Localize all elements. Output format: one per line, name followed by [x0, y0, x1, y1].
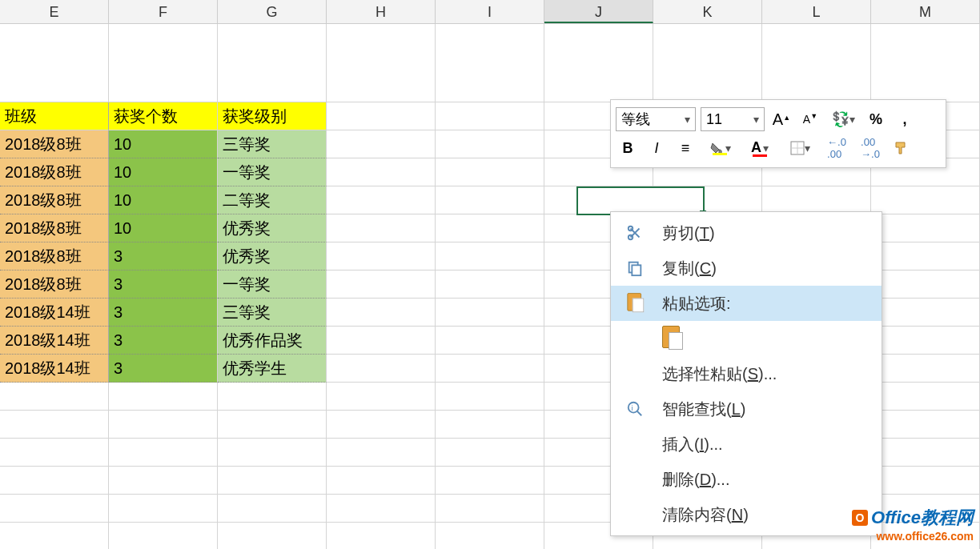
context-menu-clear-label: 清除内容(N): [662, 504, 749, 526]
font-size: 11: [706, 111, 722, 128]
font-name: 等线: [621, 110, 650, 129]
smart-lookup-icon: i: [625, 399, 645, 419]
cell-level[interactable]: 优秀奖: [218, 242, 327, 270]
paintbrush-icon: [894, 140, 910, 156]
context-menu-paste-label: 粘贴选项:: [662, 293, 731, 315]
increase-decimal-button[interactable]: ←.0.00: [822, 136, 851, 160]
context-menu-delete[interactable]: 删除(D)...: [611, 462, 882, 497]
align-center-button[interactable]: ≡: [673, 136, 697, 160]
cell-class[interactable]: 2018级8班: [0, 186, 109, 214]
comma-format-button[interactable]: ,: [893, 107, 917, 131]
column-header-i[interactable]: I: [436, 0, 544, 23]
cell-class[interactable]: 2018级8班: [0, 242, 109, 270]
table-header-level[interactable]: 获奖级别: [218, 102, 327, 130]
cell-count[interactable]: 10: [109, 158, 218, 186]
accounting-format-button[interactable]: 💱▾: [827, 107, 859, 131]
watermark-title: Office教程网: [871, 506, 974, 530]
increase-font-button[interactable]: A▲: [769, 107, 793, 131]
paste-options-row: [611, 321, 882, 356]
context-menu-paste-options[interactable]: 粘贴选项:: [611, 286, 882, 321]
borders-button[interactable]: ▾: [782, 136, 817, 160]
cell-count[interactable]: 10: [109, 130, 218, 158]
font-color-button[interactable]: A▾: [742, 136, 777, 160]
context-menu-paste-special[interactable]: 选择性粘贴(S)...: [611, 356, 882, 391]
watermark-url: www.office26.com: [852, 530, 974, 543]
cell-count[interactable]: 3: [109, 355, 218, 383]
format-painter-button[interactable]: [890, 136, 914, 160]
watermark: O Office教程网 www.office26.com: [852, 506, 974, 543]
clipboard-icon: [625, 294, 645, 313]
bold-button[interactable]: B: [616, 136, 640, 160]
cell-class[interactable]: 2018级14班: [0, 355, 109, 383]
context-menu-paste-special-label: 选择性粘贴(S)...: [662, 363, 777, 385]
cell-level[interactable]: 优秀作品奖: [218, 327, 327, 355]
svg-line-8: [637, 411, 642, 416]
context-menu-insert[interactable]: 插入(I)...: [611, 427, 882, 462]
column-header-m[interactable]: M: [871, 0, 980, 23]
cell-level[interactable]: 三等奖: [218, 130, 327, 158]
cell-count[interactable]: 3: [109, 270, 218, 299]
mini-toolbar: 等线 ▾ 11 ▾ A▲ A▼ 💱▾ % , B I ≡ ▾ A▾: [610, 99, 946, 168]
svg-point-7: [629, 403, 639, 413]
column-header-row: E F G H I J K L M: [0, 0, 980, 24]
column-header-l[interactable]: L: [762, 0, 871, 23]
cell-count[interactable]: 10: [109, 186, 218, 214]
table-header-class[interactable]: 班级: [0, 102, 109, 130]
cell-level[interactable]: 优秀奖: [218, 214, 327, 242]
context-menu-smart-lookup[interactable]: i 智能查找(L): [611, 391, 882, 427]
scissors-icon: [625, 223, 645, 242]
borders-icon: [790, 141, 805, 155]
italic-button[interactable]: I: [645, 136, 669, 160]
context-menu-insert-label: 插入(I)...: [662, 434, 723, 455]
column-header-j[interactable]: J: [544, 0, 653, 23]
percent-format-button[interactable]: %: [864, 107, 888, 131]
column-header-f[interactable]: F: [109, 0, 218, 23]
column-header-h[interactable]: H: [327, 0, 436, 23]
context-menu-lookup-label: 智能查找(L): [662, 399, 745, 420]
paste-option-default[interactable]: [662, 326, 685, 351]
column-header-e[interactable]: E: [0, 0, 109, 23]
cell-level[interactable]: 三等奖: [218, 299, 327, 327]
column-header-g[interactable]: G: [218, 0, 327, 23]
cell-class[interactable]: 2018级14班: [0, 299, 109, 327]
context-menu: 剪切(T) 复制(C) 粘贴选项: 选择性粘贴(S)... i 智能查找(L): [610, 211, 882, 536]
svg-text:i: i: [631, 404, 633, 412]
fill-color-button[interactable]: ▾: [702, 136, 737, 160]
cell-level[interactable]: 优秀学生: [218, 355, 327, 383]
table-row: 2018级8班10二等奖: [0, 186, 980, 214]
cell-level[interactable]: 一等奖: [218, 270, 327, 299]
cell-count[interactable]: 10: [109, 214, 218, 242]
cell-level[interactable]: 一等奖: [218, 158, 327, 186]
context-menu-copy-label: 复制(C): [662, 258, 717, 279]
font-picker[interactable]: 等线 ▾: [616, 107, 696, 131]
context-menu-cut-label: 剪切(T): [662, 222, 715, 244]
table-header-count[interactable]: 获奖个数: [109, 102, 218, 130]
chevron-down-icon: ▾: [685, 113, 690, 126]
cell-level[interactable]: 二等奖: [218, 186, 327, 214]
decrease-font-button[interactable]: A▼: [798, 107, 822, 131]
copy-icon: [625, 258, 645, 278]
cell-class[interactable]: 2018级14班: [0, 327, 109, 355]
office-logo-icon: O: [852, 510, 868, 526]
chevron-down-icon: ▾: [753, 113, 759, 126]
context-menu-copy[interactable]: 复制(C): [611, 250, 882, 286]
column-header-k[interactable]: K: [653, 0, 762, 23]
cell-count[interactable]: 3: [109, 242, 218, 270]
decrease-decimal-button[interactable]: .00→.0: [856, 136, 885, 160]
context-menu-delete-label: 删除(D)...: [662, 469, 729, 491]
context-menu-cut[interactable]: 剪切(T): [611, 215, 882, 250]
cell-class[interactable]: 2018级8班: [0, 270, 109, 299]
cell-class[interactable]: 2018级8班: [0, 158, 109, 186]
cell-count[interactable]: 3: [109, 299, 218, 327]
cell-count[interactable]: 3: [109, 327, 218, 355]
font-size-picker[interactable]: 11 ▾: [701, 107, 765, 131]
svg-rect-6: [632, 265, 641, 275]
cell-class[interactable]: 2018级8班: [0, 214, 109, 242]
cell-class[interactable]: 2018级8班: [0, 130, 109, 158]
context-menu-clear[interactable]: 清除内容(N): [611, 497, 882, 532]
